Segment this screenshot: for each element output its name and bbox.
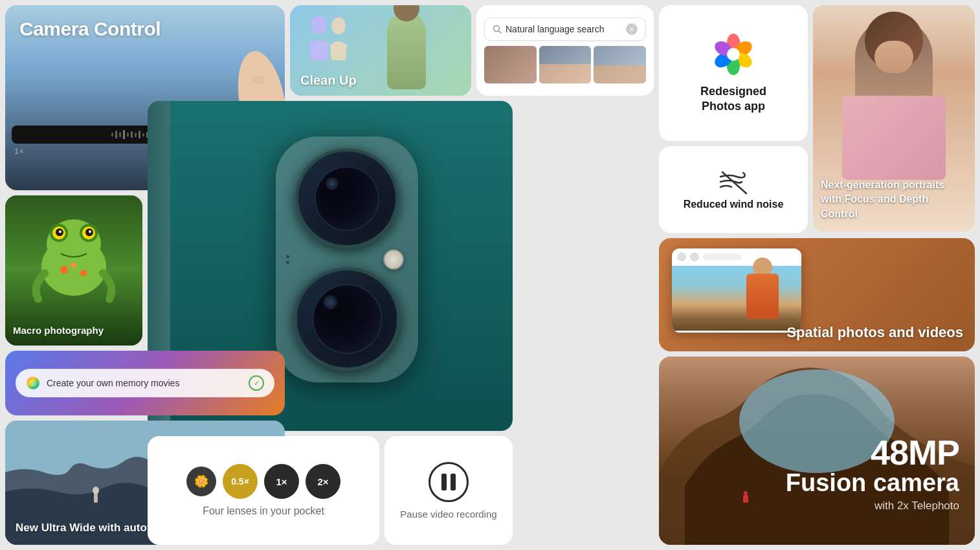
lens-buttons-row: 🌼 0.5× 1× 2× (186, 464, 340, 499)
search-clear-button[interactable]: × (626, 23, 638, 35)
svg-point-14 (727, 48, 740, 61)
photos-app-title: Redesigned Photos app (700, 84, 766, 115)
clean-up-tile: Clean Up (290, 5, 471, 96)
svg-line-7 (499, 31, 502, 34)
memory-tile: Create your own memory movies ✓ (5, 351, 285, 415)
svg-point-24 (89, 230, 91, 233)
lenses-label: Four lenses in your pocket (203, 505, 324, 517)
memory-confirm-button[interactable]: ✓ (249, 375, 264, 391)
fusion-mp: 48MP (786, 435, 959, 470)
svg-point-5 (331, 17, 346, 34)
wind-noise-icon (717, 169, 750, 195)
fusion-sub: with 2x Telephoto (786, 500, 959, 512)
photo-thumbnails (484, 46, 646, 83)
spatial-tile: Spatial photos and videos (659, 238, 975, 351)
lenses-tile: 🌼 0.5× 1× 2× Four lenses in your pocket (148, 436, 379, 545)
fusion-name: Fusion camera (786, 470, 959, 497)
half-x-button[interactable]: 0.5× (223, 464, 258, 499)
clean-up-people-icon (303, 12, 355, 63)
macro-tile: Macro photography (5, 195, 142, 346)
search-input-value: Natural language search (506, 24, 626, 34)
spatial-label: Spatial photos and videos (786, 324, 963, 341)
svg-point-31 (30, 380, 36, 386)
svg-point-3 (252, 75, 266, 84)
wind-noise-label: Reduced wind noise (684, 199, 784, 210)
photo-thumb-1 (484, 46, 537, 83)
siri-icon (26, 376, 40, 390)
pause-tile: Pause video recording (384, 436, 513, 545)
fusion-tile: 48MP Fusion camera with 2x Telephoto (659, 357, 975, 545)
photo-thumb-3 (594, 46, 646, 83)
svg-point-33 (93, 487, 99, 494)
svg-rect-34 (94, 494, 98, 503)
svg-point-25 (60, 266, 68, 274)
two-x-button[interactable]: 2× (306, 464, 340, 499)
search-icon (493, 25, 502, 34)
svg-point-4 (311, 16, 327, 34)
macro-label: Macro photography (13, 324, 104, 337)
spatial-preview (672, 248, 801, 333)
clean-up-label: Clean Up (300, 73, 357, 88)
photo-thumb-2 (539, 46, 592, 83)
fusion-text: 48MP Fusion camera with 2x Telephoto (786, 435, 959, 512)
photos-app-icon (711, 32, 755, 76)
svg-point-23 (59, 230, 61, 233)
camera-control-title: Camera Control (19, 18, 161, 40)
macro-lens-button[interactable]: 🌼 (186, 467, 216, 496)
svg-point-27 (71, 263, 76, 268)
portraits-tile: Next-generation portraits with Focus and… (813, 5, 975, 232)
tiny-figure (743, 491, 748, 503)
frog-illustration (25, 208, 122, 305)
svg-point-26 (80, 270, 87, 276)
portraits-label: Next-generation portraits with Focus and… (821, 178, 967, 221)
search-tile: Natural language search × (476, 5, 654, 96)
memory-input-bar[interactable]: Create your own memory movies ✓ (16, 369, 274, 397)
photos-app-tile: Redesigned Photos app (659, 5, 808, 141)
one-x-button[interactable]: 1× (264, 464, 299, 499)
pause-label: Pause video recording (400, 509, 496, 520)
search-bar[interactable]: Natural language search × (484, 17, 646, 41)
main-container: Camera Control (0, 0, 980, 550)
wind-noise-tile: Reduced wind noise (659, 146, 808, 233)
pause-button[interactable] (429, 462, 469, 502)
memory-input-text: Create your own memory movies (47, 378, 249, 388)
